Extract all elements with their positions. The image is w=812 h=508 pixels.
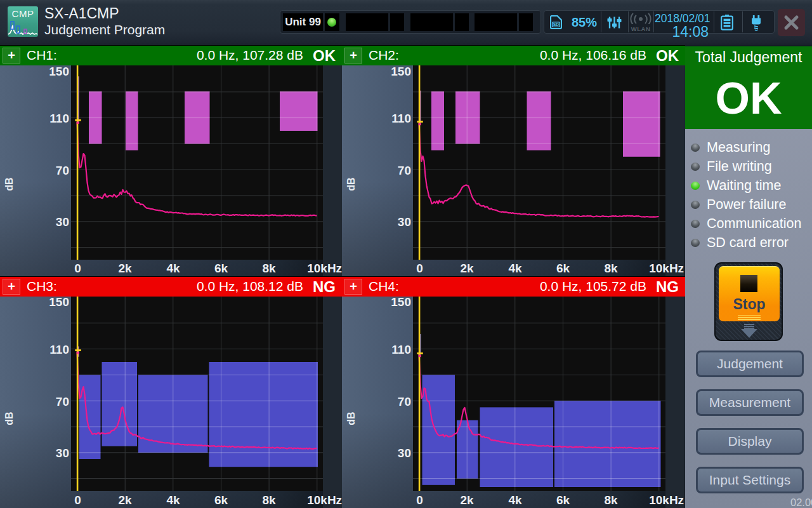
svg-text:SD: SD — [553, 22, 560, 27]
